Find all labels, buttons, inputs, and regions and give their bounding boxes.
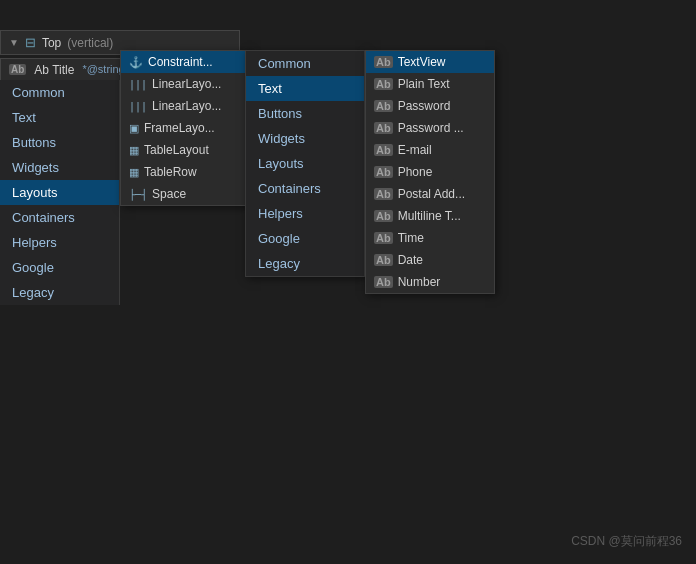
widget-option-number[interactable]: Ab Number	[366, 271, 494, 293]
widget-option-label-password2: Password ...	[398, 121, 464, 135]
submenu-label-tablerow: TableRow	[144, 165, 197, 179]
time-icon: Ab	[374, 232, 393, 244]
textview-icon: Ab	[374, 56, 393, 68]
widget-option-phone[interactable]: Ab Phone	[366, 161, 494, 183]
widget-cat-layouts[interactable]: Layouts	[246, 151, 364, 176]
plaintext-icon: Ab	[374, 78, 393, 90]
password2-icon: Ab	[374, 122, 393, 134]
widget-option-label-postal: Postal Add...	[398, 187, 465, 201]
widget-option-postal[interactable]: Ab Postal Add...	[366, 183, 494, 205]
email-icon: Ab	[374, 144, 393, 156]
tablerow-icon: ▦	[129, 166, 139, 179]
submenu-label-tablelayout: TableLayout	[144, 143, 209, 157]
submenu-item-linearlayout2[interactable]: ||| LinearLayo...	[121, 95, 249, 117]
widget-options-panel: Ab TextView Ab Plain Text Ab Password Ab…	[365, 50, 495, 294]
postal-icon: Ab	[374, 188, 393, 200]
widget-option-time[interactable]: Ab Time	[366, 227, 494, 249]
category-item-common[interactable]: Common	[0, 80, 119, 105]
widget-option-password2[interactable]: Ab Password ...	[366, 117, 494, 139]
submenu-label-linearlayout1: LinearLayo...	[152, 77, 221, 91]
widget-option-label-email: E-mail	[398, 143, 432, 157]
submenu-label-constraint: Constraint...	[148, 55, 213, 69]
submenu-item-space[interactable]: ├─┤ Space	[121, 183, 249, 205]
tablelayout-icon: ▦	[129, 144, 139, 157]
layouts-submenu: ⚓ Constraint... ||| LinearLayo... ||| Li…	[120, 50, 250, 206]
submenu-item-framelayout[interactable]: ▣ FrameLayo...	[121, 117, 249, 139]
number-icon: Ab	[374, 276, 393, 288]
top-label: Top	[42, 36, 61, 50]
framelayout-icon: ▣	[129, 122, 139, 135]
widget-option-label-multiline: Multiline T...	[398, 209, 461, 223]
widget-cat-google[interactable]: Google	[246, 226, 364, 251]
title-label: Ab Title	[34, 63, 74, 77]
widget-category-list: Common Text Buttons Widgets Layouts Cont…	[245, 50, 365, 277]
submenu-label-linearlayout2: LinearLayo...	[152, 99, 221, 113]
top-icon: ⊟	[25, 35, 36, 50]
expand-arrow-icon[interactable]: ▼	[9, 37, 19, 48]
widget-cat-common[interactable]: Common	[246, 51, 364, 76]
widget-option-multiline[interactable]: Ab Multiline T...	[366, 205, 494, 227]
category-item-legacy[interactable]: Legacy	[0, 280, 119, 305]
widget-cat-legacy[interactable]: Legacy	[246, 251, 364, 276]
category-item-google[interactable]: Google	[0, 255, 119, 280]
widget-cat-buttons[interactable]: Buttons	[246, 101, 364, 126]
submenu-label-space: Space	[152, 187, 186, 201]
widget-option-password[interactable]: Ab Password	[366, 95, 494, 117]
date-icon: Ab	[374, 254, 393, 266]
widget-option-textview[interactable]: Ab TextView	[366, 51, 494, 73]
category-item-text[interactable]: Text	[0, 105, 119, 130]
linearlayout2-icon: |||	[129, 101, 147, 112]
widget-option-label-password: Password	[398, 99, 451, 113]
widget-option-label-date: Date	[398, 253, 423, 267]
submenu-item-tablerow[interactable]: ▦ TableRow	[121, 161, 249, 183]
title-ab-icon: Ab	[9, 64, 26, 75]
multiline-icon: Ab	[374, 210, 393, 222]
watermark: CSDN @莫问前程36	[571, 533, 682, 550]
category-list: Common Text Buttons Widgets Layouts Cont…	[0, 80, 120, 305]
widget-cat-text[interactable]: Text	[246, 76, 364, 101]
widget-cat-helpers[interactable]: Helpers	[246, 201, 364, 226]
submenu-label-framelayout: FrameLayo...	[144, 121, 215, 135]
widget-option-label-number: Number	[398, 275, 441, 289]
category-item-containers[interactable]: Containers	[0, 205, 119, 230]
widget-option-label-time: Time	[398, 231, 424, 245]
linearlayout1-icon: |||	[129, 79, 147, 90]
widget-option-label-phone: Phone	[398, 165, 433, 179]
widget-option-label-plaintext: Plain Text	[398, 77, 450, 91]
submenu-item-constraint[interactable]: ⚓ Constraint...	[121, 51, 249, 73]
submenu-item-tablelayout[interactable]: ▦ TableLayout	[121, 139, 249, 161]
widget-cat-widgets[interactable]: Widgets	[246, 126, 364, 151]
submenu-item-linearlayout1[interactable]: ||| LinearLayo...	[121, 73, 249, 95]
widget-option-email[interactable]: Ab E-mail	[366, 139, 494, 161]
widget-option-date[interactable]: Ab Date	[366, 249, 494, 271]
category-item-layouts[interactable]: Layouts	[0, 180, 119, 205]
category-item-helpers[interactable]: Helpers	[0, 230, 119, 255]
category-item-buttons[interactable]: Buttons	[0, 130, 119, 155]
widget-option-label-textview: TextView	[398, 55, 446, 69]
space-icon: ├─┤	[129, 189, 147, 200]
category-item-widgets[interactable]: Widgets	[0, 155, 119, 180]
top-type: (vertical)	[67, 36, 113, 50]
constraint-icon: ⚓	[129, 56, 143, 69]
phone-icon: Ab	[374, 166, 393, 178]
widget-cat-containers[interactable]: Containers	[246, 176, 364, 201]
widget-option-plaintext[interactable]: Ab Plain Text	[366, 73, 494, 95]
password-icon: Ab	[374, 100, 393, 112]
